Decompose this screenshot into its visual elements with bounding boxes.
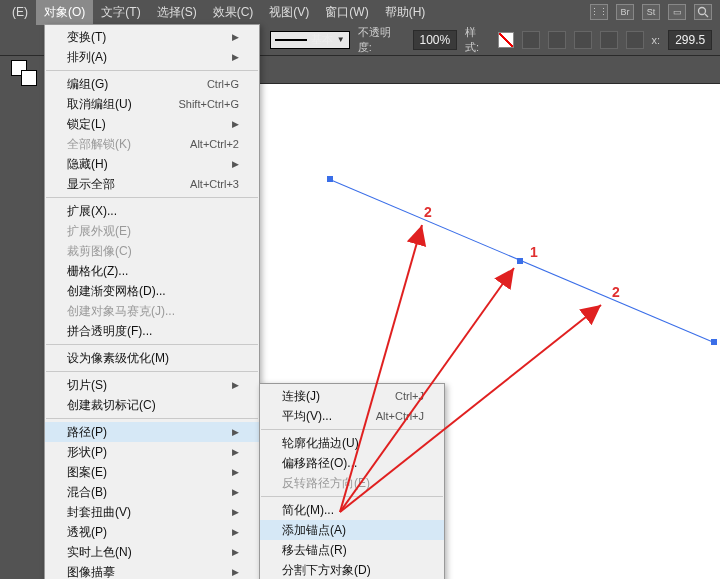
svg-line-1 xyxy=(705,14,708,17)
arrange-icon[interactable]: ▭ xyxy=(668,4,686,20)
menu-item[interactable]: 编组(G)Ctrl+G xyxy=(45,74,259,94)
align-icon[interactable] xyxy=(522,31,540,49)
menu-item: 全部解锁(K)Alt+Ctrl+2 xyxy=(45,134,259,154)
submenu-item[interactable]: 分割下方对象(D) xyxy=(260,560,444,579)
misc-icon-3[interactable] xyxy=(626,31,644,49)
misc-icon-1[interactable] xyxy=(574,31,592,49)
anchor-point-end[interactable] xyxy=(711,339,717,345)
opacity-value[interactable]: 100% xyxy=(413,30,458,50)
submenu-item[interactable]: 添加锚点(A) xyxy=(260,520,444,540)
anchor-point-start[interactable] xyxy=(327,176,333,182)
submenu-item: 反转路径方向(E) xyxy=(260,473,444,493)
annotation-2a: 2 xyxy=(424,204,432,220)
menu-item[interactable]: 取消编组(U)Shift+Ctrl+G xyxy=(45,94,259,114)
opacity-label: 不透明度: xyxy=(358,25,405,55)
menu-item: 扩展外观(E) xyxy=(45,221,259,241)
menu-item[interactable]: 锁定(L)▶ xyxy=(45,114,259,134)
menu-select[interactable]: 选择(S) xyxy=(149,0,205,25)
bridge-icon[interactable]: Br xyxy=(616,4,634,20)
submenu-item[interactable]: 简化(M)... xyxy=(260,500,444,520)
submenu-item[interactable]: 连接(J)Ctrl+J xyxy=(260,386,444,406)
menu-item[interactable]: 形状(P)▶ xyxy=(45,442,259,462)
fill-stroke-swatches[interactable] xyxy=(11,60,33,82)
style-swatch[interactable] xyxy=(498,32,514,48)
stroke-swatch[interactable] xyxy=(21,70,37,86)
menu-object[interactable]: 对象(O) xyxy=(36,0,93,25)
stock-icon[interactable]: St xyxy=(642,4,660,20)
overflow-dots-icon[interactable]: ⋮⋮ xyxy=(590,4,608,20)
search-icon[interactable] xyxy=(694,4,712,20)
menu-type[interactable]: 文字(T) xyxy=(93,0,148,25)
submenu-item[interactable]: 偏移路径(O)... xyxy=(260,453,444,473)
menu-item[interactable]: 透视(P)▶ xyxy=(45,522,259,542)
menu-item: 创建对象马赛克(J)... xyxy=(45,301,259,321)
menu-item[interactable]: 混合(B)▶ xyxy=(45,482,259,502)
menu-item: 裁剪图像(C) xyxy=(45,241,259,261)
menu-item[interactable]: 隐藏(H)▶ xyxy=(45,154,259,174)
menubar: (E) 对象(O) 文字(T) 选择(S) 效果(C) 视图(V) 窗口(W) … xyxy=(0,0,720,24)
menubar-right-icons: ⋮⋮ Br St ▭ xyxy=(590,4,712,20)
menu-view[interactable]: 视图(V) xyxy=(261,0,317,25)
x-value[interactable]: 299.5 xyxy=(668,30,712,50)
annotation-2b: 2 xyxy=(612,284,620,300)
object-dropdown[interactable]: 变换(T)▶排列(A)▶编组(G)Ctrl+G取消编组(U)Shift+Ctrl… xyxy=(44,24,260,579)
anchor-point-mid[interactable] xyxy=(517,258,523,264)
menu-item[interactable]: 路径(P)▶ xyxy=(45,422,259,442)
transform-icon[interactable] xyxy=(548,31,566,49)
menu-item[interactable]: 图案(E)▶ xyxy=(45,462,259,482)
menu-item[interactable]: 封套扭曲(V)▶ xyxy=(45,502,259,522)
menu-help[interactable]: 帮助(H) xyxy=(377,0,434,25)
menu-item[interactable]: 图像描摹▶ xyxy=(45,562,259,579)
x-label: x: xyxy=(652,34,661,46)
submenu-item[interactable]: 轮廓化描边(U) xyxy=(260,433,444,453)
menu-item[interactable]: 实时上色(N)▶ xyxy=(45,542,259,562)
menu-item[interactable]: 变换(T)▶ xyxy=(45,27,259,47)
menu-item[interactable]: 创建渐变网格(D)... xyxy=(45,281,259,301)
submenu-item[interactable]: 平均(V)...Alt+Ctrl+J xyxy=(260,406,444,426)
menu-item[interactable]: 切片(S)▶ xyxy=(45,375,259,395)
misc-icon-2[interactable] xyxy=(600,31,618,49)
tools-rail xyxy=(0,56,44,579)
menu-item[interactable]: 设为像素级优化(M) xyxy=(45,348,259,368)
style-label: 样式: xyxy=(465,25,490,55)
menu-edit[interactable]: (E) xyxy=(4,1,36,23)
menu-item[interactable]: 排列(A)▶ xyxy=(45,47,259,67)
menu-item[interactable]: 创建裁切标记(C) xyxy=(45,395,259,415)
svg-point-0 xyxy=(699,8,706,15)
menu-item[interactable]: 显示全部Alt+Ctrl+3 xyxy=(45,174,259,194)
menu-item[interactable]: 拼合透明度(F)... xyxy=(45,321,259,341)
path-submenu[interactable]: 连接(J)Ctrl+J平均(V)...Alt+Ctrl+J轮廓化描边(U)偏移路… xyxy=(259,383,445,579)
menu-window[interactable]: 窗口(W) xyxy=(317,0,376,25)
submenu-item[interactable]: 移去锚点(R) xyxy=(260,540,444,560)
menu-item[interactable]: 扩展(X)... xyxy=(45,201,259,221)
menu-item[interactable]: 栅格化(Z)... xyxy=(45,261,259,281)
menu-effect[interactable]: 效果(C) xyxy=(205,0,262,25)
stroke-style-dropdown[interactable]: 基本 ▼ xyxy=(270,31,350,49)
annotation-1: 1 xyxy=(530,244,538,260)
